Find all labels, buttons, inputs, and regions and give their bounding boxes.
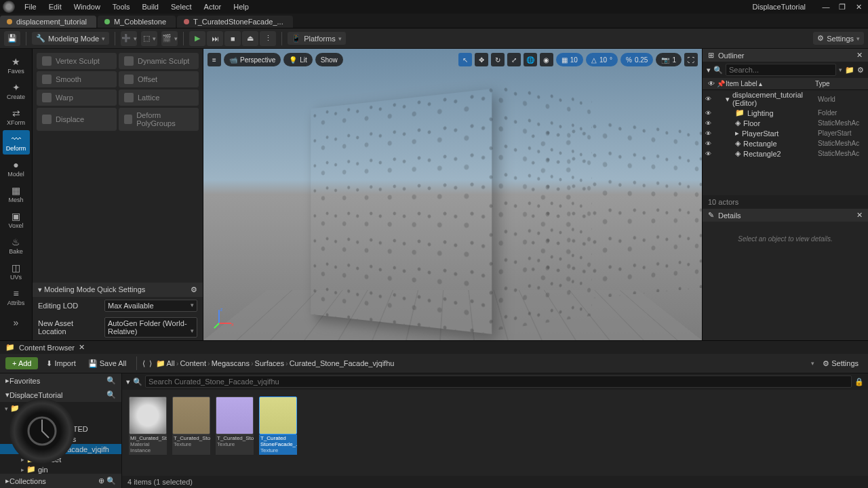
tool-offset[interactable]: Offset	[119, 71, 199, 87]
axis-gizmo[interactable]: zx	[213, 305, 237, 329]
play-options[interactable]: ⋮	[260, 31, 276, 46]
menu-build[interactable]: Build	[137, 1, 164, 12]
search-icon[interactable]: 🔍	[106, 390, 116, 399]
rail-deform[interactable]: 〰Deform	[3, 130, 30, 155]
add-folder-icon[interactable]: 📁	[845, 66, 854, 75]
maximize-button[interactable]: ❐	[835, 3, 849, 12]
rail-model[interactable]: ●Model	[3, 156, 30, 180]
minimize-button[interactable]: —	[819, 3, 833, 12]
skip-button[interactable]: ⏭	[207, 31, 223, 46]
menu-edit[interactable]: Edit	[43, 1, 67, 12]
search-icon[interactable]: 🔍	[106, 376, 116, 385]
tool-deform-polygroups[interactable]: Deform PolyGroups	[119, 108, 199, 131]
vp-scale-icon[interactable]: ⤢	[507, 53, 521, 66]
vp-select-icon[interactable]: ↖	[458, 53, 472, 66]
vp-translate-icon[interactable]: ✥	[475, 53, 488, 66]
asset-loc-dropdown[interactable]: AutoGen Folder (World-Relative) ▾	[104, 317, 197, 338]
save-all-button[interactable]: 💾 Save All	[84, 357, 131, 370]
outliner-search[interactable]	[726, 64, 836, 76]
vp-lit[interactable]: 💡 Lit	[283, 53, 313, 66]
details-tab[interactable]: ✎ Details ✕	[703, 209, 868, 222]
viewport[interactable]: ≡ 📹 Perspective 💡 Lit Show ↖ ✥ ↻ ⤢ 🌐 ◉ ▦…	[203, 49, 702, 340]
quick-settings-header[interactable]: ▾ Modeling Mode Quick Settings ⚙	[33, 283, 203, 297]
cb-settings[interactable]: ⚙ Settings	[818, 357, 863, 370]
asset-grid[interactable]: MI_Curated_Stone_Facade_...Material Inst…	[122, 390, 868, 476]
asset-item[interactable]: MI_Curated_Stone_Facade_...Material Inst…	[129, 396, 167, 469]
sequence-button[interactable]: 🎬▾	[161, 31, 178, 46]
project-header[interactable]: ▾ DisplaceTutorial🔍	[0, 388, 121, 402]
nav-back-icon[interactable]: ⟨	[142, 359, 145, 368]
vp-grid-snap[interactable]: ▦ 10	[556, 53, 583, 66]
tool-warp[interactable]: Warp	[37, 89, 117, 106]
tool-dynamic-sculpt[interactable]: Dynamic Sculpt	[119, 53, 199, 69]
vp-world-icon[interactable]: 🌐	[524, 53, 537, 66]
close-button[interactable]: ✕	[852, 3, 865, 12]
lock-icon[interactable]: 🔒	[854, 378, 864, 386]
menu-tools[interactable]: Tools	[107, 1, 136, 12]
tool-vertex-sculpt[interactable]: Vertex Sculpt	[37, 53, 117, 69]
tab-level[interactable]: displacement_tutorial	[0, 16, 96, 28]
tab-material[interactable]: M_Cobblestone	[98, 16, 176, 28]
outliner-row[interactable]: 👁 ◈ FloorStaticMeshAc	[703, 118, 868, 128]
folder-row[interactable]: ▸📁 gin	[0, 464, 121, 474]
gear-icon[interactable]: ⚙	[857, 66, 864, 75]
tab-texture[interactable]: T_CuratedStoneFacade_...	[177, 16, 293, 28]
outliner-row[interactable]: 👁 ▸ PlayerStartPlayerStart	[703, 128, 868, 138]
favorites-header[interactable]: ▸ Favorites🔍	[0, 373, 121, 388]
tool-lattice[interactable]: Lattice	[119, 89, 199, 106]
outliner-tab[interactable]: ⊞ Outliner ✕	[703, 49, 868, 62]
outliner-row[interactable]: 👁 ◈ Rectangle2StaticMeshAc	[703, 148, 868, 159]
asset-item[interactable]: T_Curated StoneFacade_...Texture	[259, 396, 297, 469]
rail-uvs[interactable]: ◫UVs	[3, 259, 30, 283]
save-button[interactable]: 💾	[4, 31, 20, 46]
vp-angle-snap[interactable]: △ 10°	[586, 53, 618, 66]
eject-button[interactable]: ⏏	[242, 31, 258, 46]
rail-voxel[interactable]: ▣Voxel	[3, 207, 30, 232]
breadcrumb[interactable]: 📁 All› Content› Megascans› Surfaces› Cur…	[156, 359, 808, 368]
blueprint-button[interactable]: ⬚▾	[141, 31, 157, 46]
play-button[interactable]: ▶	[189, 31, 205, 46]
vp-scale-snap[interactable]: % 0.25	[620, 53, 653, 66]
vp-menu-button[interactable]: ≡	[208, 53, 221, 66]
content-browser-tab[interactable]: Content Browser	[19, 344, 75, 352]
filter-icon[interactable]: ▾	[126, 378, 130, 386]
ue-logo-icon[interactable]	[3, 1, 15, 13]
menu-file[interactable]: File	[19, 1, 42, 12]
filter-icon[interactable]: ▾	[707, 66, 711, 75]
menu-window[interactable]: Window	[68, 1, 106, 12]
rail-bake[interactable]: ♨Bake	[3, 233, 30, 258]
settings-dropdown[interactable]: ⚙ Settings ▾	[813, 32, 864, 45]
rail-create[interactable]: ✦Create	[3, 79, 30, 103]
menu-select[interactable]: Select	[165, 1, 197, 12]
menu-actor[interactable]: Actor	[199, 1, 227, 12]
vp-show[interactable]: Show	[315, 53, 343, 66]
asset-search[interactable]	[145, 375, 852, 388]
rail-faves[interactable]: ★Faves	[3, 53, 30, 77]
import-button[interactable]: ⬇ Import	[42, 357, 79, 370]
rail-xform[interactable]: ⇄XForm	[3, 104, 30, 129]
collections-header[interactable]: ▸ Collections⊕ 🔍	[0, 474, 121, 488]
platforms-dropdown[interactable]: 📱 Platforms ▾	[288, 32, 345, 45]
asset-item[interactable]: T_Curated_Stone_Facade_...Texture	[216, 396, 254, 469]
outliner-row[interactable]: 👁 ◈ RectangleStaticMeshAc	[703, 138, 868, 148]
mode-dropdown[interactable]: 🔧 Modeling Mode ▾	[32, 32, 109, 45]
col-item-label[interactable]: Item Label ▴	[726, 80, 815, 87]
outliner-tree[interactable]: 👁 ▾ displacement_tutorial (Editor)World👁…	[703, 90, 868, 195]
vp-maximize-icon[interactable]: ⛶	[684, 53, 698, 66]
vp-perspective[interactable]: 📹 Perspective	[224, 53, 281, 66]
lod-dropdown[interactable]: Max Available ▾	[104, 300, 197, 312]
vp-camera-speed[interactable]: 📷 1	[656, 53, 682, 66]
vp-rotate-icon[interactable]: ↻	[491, 53, 505, 66]
asset-item[interactable]: T_Curated_Stone_Facade_...Texture	[172, 396, 210, 469]
gear-icon[interactable]: ⚙	[191, 285, 197, 294]
vp-surface-icon[interactable]: ◉	[540, 53, 553, 66]
stop-button[interactable]: ■	[224, 31, 241, 46]
rail-mesh[interactable]: ▦Mesh	[3, 182, 30, 206]
rail-attribs[interactable]: ≡Attribs	[3, 285, 30, 309]
close-icon[interactable]: ✕	[79, 343, 85, 352]
outliner-row[interactable]: 👁 📁 LightingFolder	[703, 108, 868, 118]
add-content-button[interactable]: ➕▾	[121, 31, 137, 46]
rail-more[interactable]: »	[3, 310, 30, 335]
close-icon[interactable]: ✕	[856, 211, 863, 220]
tool-smooth[interactable]: Smooth	[37, 71, 117, 87]
